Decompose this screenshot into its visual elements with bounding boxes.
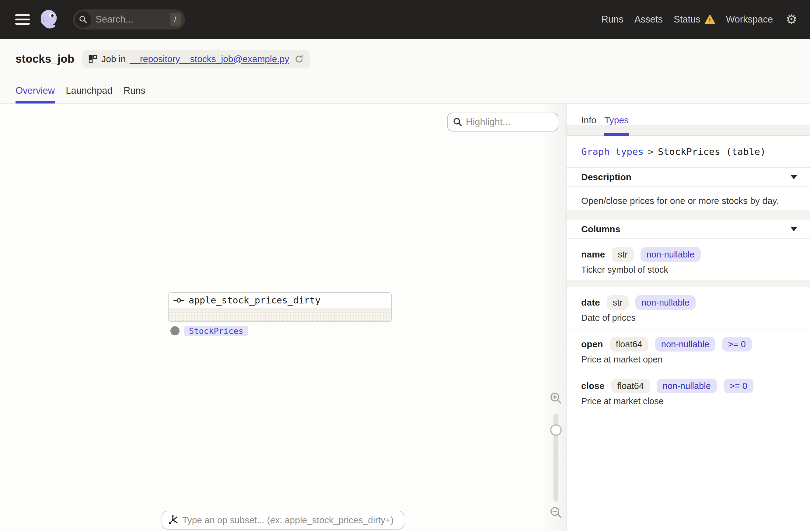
column-constraint-badge: non-nullable bbox=[655, 337, 715, 352]
dagster-logo-icon[interactable] bbox=[37, 7, 61, 31]
zoom-slider-track[interactable] bbox=[553, 414, 558, 502]
op-node[interactable]: apple_stock_prices_dirty bbox=[168, 292, 392, 322]
columns-section-header[interactable]: Columns bbox=[567, 220, 810, 239]
chevron-down-icon bbox=[791, 175, 797, 179]
content: apple_stock_prices_dirty StockPrices bbox=[0, 104, 810, 531]
job-icon bbox=[88, 54, 97, 64]
column-type-badge: str bbox=[612, 247, 633, 262]
type-breadcrumb: Graph types > StockPrices (table) bbox=[567, 136, 810, 168]
column-constraint-badge: non-nullable bbox=[657, 378, 717, 393]
column-name: name bbox=[581, 249, 605, 260]
row-separator bbox=[567, 280, 810, 287]
warning-icon bbox=[705, 15, 715, 24]
tab-launchpad[interactable]: Launchpad bbox=[66, 85, 112, 103]
op-selector-icon bbox=[167, 514, 179, 526]
highlight-search bbox=[447, 113, 558, 131]
breadcrumb-current: StockPrices (table) bbox=[658, 146, 766, 157]
chevron-down-icon bbox=[791, 227, 797, 231]
nav-assets-link[interactable]: Assets bbox=[634, 14, 663, 25]
refresh-icon[interactable] bbox=[294, 54, 304, 64]
nav-runs-link[interactable]: Runs bbox=[602, 14, 623, 25]
page-header: stocks_job Job in __repository__stocks_j… bbox=[0, 39, 810, 104]
nav-status-label: Status bbox=[674, 14, 700, 25]
page-title: stocks_job bbox=[16, 53, 74, 65]
column-type-badge: str bbox=[607, 295, 629, 310]
highlight-search-icon bbox=[452, 117, 463, 127]
global-search: / bbox=[73, 10, 185, 30]
breadcrumb-graph-types-link[interactable]: Graph types bbox=[581, 146, 644, 157]
op-icon bbox=[174, 297, 184, 303]
app-root: / Runs Assets Status Workspace ⚙ stocks_… bbox=[0, 0, 810, 531]
op-subset-filter bbox=[162, 511, 404, 530]
sidebar-tab-types[interactable]: Types bbox=[604, 104, 629, 135]
column-description: Date of prices bbox=[581, 313, 795, 323]
job-view-tabs: Overview Launchpad Runs bbox=[16, 85, 145, 103]
column-name: date bbox=[581, 297, 600, 308]
zoom-slider-knob[interactable] bbox=[550, 424, 562, 436]
op-output: StockPrices bbox=[171, 326, 248, 336]
breadcrumb-separator: > bbox=[648, 146, 653, 157]
column-name: close bbox=[581, 381, 605, 391]
column-constraint-badge: non-nullable bbox=[641, 247, 701, 262]
description-section-header[interactable]: Description bbox=[567, 168, 810, 187]
section-separator bbox=[567, 210, 810, 220]
op-node-label: apple_stock_prices_dirty bbox=[189, 295, 320, 306]
nav-status-link[interactable]: Status bbox=[674, 14, 715, 25]
job-tag-prefix: Job in bbox=[101, 54, 126, 64]
zoom-out-icon[interactable] bbox=[549, 505, 563, 519]
output-port-dot-icon bbox=[171, 326, 179, 335]
search-icon bbox=[75, 11, 91, 28]
zoom-controls bbox=[547, 391, 564, 519]
hamburger-menu-icon[interactable] bbox=[15, 14, 30, 25]
nav-workspace-link[interactable]: Workspace bbox=[726, 14, 773, 25]
zoom-in-icon[interactable] bbox=[549, 391, 563, 405]
job-repository-link[interactable]: __repository__stocks_job@example.py bbox=[130, 54, 289, 64]
column-row: name str non-nullable Ticker symbol of s… bbox=[567, 239, 810, 280]
type-sidebar: Info Types Graph types > StockPrices (ta… bbox=[567, 104, 810, 531]
op-graph-canvas[interactable]: apple_stock_prices_dirty StockPrices bbox=[0, 104, 567, 531]
tab-runs[interactable]: Runs bbox=[124, 85, 145, 103]
description-section-title: Description bbox=[581, 172, 631, 182]
column-description: Ticker symbol of stock bbox=[581, 265, 795, 275]
column-description: Price at market open bbox=[581, 355, 795, 364]
navbar-links: Runs Assets Status Workspace ⚙ bbox=[602, 13, 797, 26]
column-constraint-badge: >= 0 bbox=[722, 337, 752, 352]
highlight-input[interactable] bbox=[466, 116, 558, 128]
job-origin-tag: Job in __repository__stocks_job@example.… bbox=[82, 50, 310, 68]
column-row: date str non-nullable Date of prices bbox=[567, 287, 810, 328]
column-row: close float64 non-nullable >= 0 Price at… bbox=[567, 370, 810, 412]
tab-overview[interactable]: Overview bbox=[16, 85, 55, 103]
column-name: open bbox=[581, 339, 603, 350]
column-type-badge: float64 bbox=[611, 378, 650, 393]
description-text: Open/close prices for one or more stocks… bbox=[567, 187, 810, 210]
search-input[interactable] bbox=[91, 14, 170, 25]
sidebar-tab-info[interactable]: Info bbox=[581, 104, 596, 135]
top-navbar: / Runs Assets Status Workspace ⚙ bbox=[0, 0, 810, 39]
column-type-badge: float64 bbox=[610, 337, 648, 352]
search-shortcut-key: / bbox=[170, 13, 181, 26]
output-type-tag[interactable]: StockPrices bbox=[184, 326, 248, 336]
op-subset-input[interactable] bbox=[182, 515, 404, 525]
columns-section-title: Columns bbox=[581, 224, 620, 235]
column-row: open float64 non-nullable >= 0 Price at … bbox=[567, 328, 810, 370]
column-constraint-badge: >= 0 bbox=[724, 378, 754, 393]
op-node-body bbox=[168, 311, 391, 322]
op-node-io-strip bbox=[168, 308, 391, 311]
column-description: Price at market close bbox=[581, 396, 795, 406]
column-constraint-badge: non-nullable bbox=[635, 295, 696, 310]
sidebar-tabs: Info Types bbox=[567, 104, 810, 136]
gear-icon[interactable]: ⚙ bbox=[785, 13, 797, 26]
